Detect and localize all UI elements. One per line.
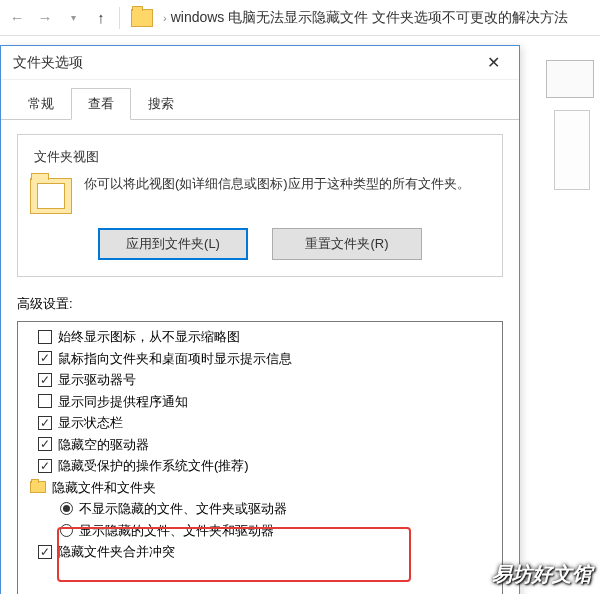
chevron-right-icon: › <box>163 12 167 24</box>
adv-item-8[interactable]: 不显示隐藏的文件、文件夹或驱动器 <box>20 498 500 520</box>
thumbnail-preview <box>546 60 594 98</box>
adv-item-1[interactable]: 鼠标指向文件夹和桌面项时显示提示信息 <box>20 348 500 370</box>
advanced-settings-label: 高级设置: <box>17 295 503 313</box>
adv-item-label: 显示同步提供程序通知 <box>58 392 188 412</box>
tab-content-view: 文件夹视图 你可以将此视图(如详细信息或图标)应用于这种类型的所有文件夹。 应用… <box>1 120 519 594</box>
tab-search[interactable]: 搜索 <box>131 88 191 119</box>
adv-item-label: 隐藏文件和文件夹 <box>52 478 156 498</box>
folder-view-icon <box>30 178 72 214</box>
close-icon: ✕ <box>487 53 500 72</box>
dialog-title: 文件夹选项 <box>13 54 83 72</box>
adv-item-label: 隐藏空的驱动器 <box>58 435 149 455</box>
adv-item-4[interactable]: 显示状态栏 <box>20 412 500 434</box>
explorer-address-bar: ← → ▾ ↑ › windows 电脑无法显示隐藏文件 文件夹选项不可更改的解… <box>0 0 600 36</box>
thumbnail-preview-2 <box>554 110 590 190</box>
advanced-settings-list[interactable]: 始终显示图标，从不显示缩略图鼠标指向文件夹和桌面项时显示提示信息显示驱动器号显示… <box>17 321 503 594</box>
adv-item-3[interactable]: 显示同步提供程序通知 <box>20 391 500 413</box>
adv-item-5[interactable]: 隐藏空的驱动器 <box>20 434 500 456</box>
checkbox-icon[interactable] <box>38 416 52 430</box>
folder-view-label: 文件夹视图 <box>30 148 103 166</box>
adv-item-label: 隐藏文件夹合并冲突 <box>58 542 175 562</box>
adv-item-0[interactable]: 始终显示图标，从不显示缩略图 <box>20 326 500 348</box>
folder-icon <box>131 9 153 27</box>
checkbox-icon[interactable] <box>38 459 52 473</box>
folder-view-group: 文件夹视图 你可以将此视图(如详细信息或图标)应用于这种类型的所有文件夹。 应用… <box>17 134 503 277</box>
close-button[interactable]: ✕ <box>473 49 513 77</box>
adv-item-9[interactable]: 显示隐藏的文件、文件夹和驱动器 <box>20 520 500 542</box>
folder-icon <box>30 481 46 493</box>
tab-view[interactable]: 查看 <box>71 88 131 120</box>
checkbox-icon[interactable] <box>38 373 52 387</box>
folder-view-description: 你可以将此视图(如详细信息或图标)应用于这种类型的所有文件夹。 <box>84 174 490 195</box>
checkbox-icon[interactable] <box>38 351 52 365</box>
adv-item-label: 不显示隐藏的文件、文件夹或驱动器 <box>79 499 287 519</box>
nav-forward-icon: → <box>32 5 58 31</box>
tab-bar: 常规 查看 搜索 <box>1 80 519 120</box>
adv-item-label: 始终显示图标，从不显示缩略图 <box>58 327 240 347</box>
path-text[interactable]: windows 电脑无法显示隐藏文件 文件夹选项不可更改的解决方法 <box>171 9 568 27</box>
tab-general[interactable]: 常规 <box>11 88 71 119</box>
folder-options-dialog: 文件夹选项 ✕ 常规 查看 搜索 文件夹视图 你可以将此视图(如详细信息或图标)… <box>0 45 520 594</box>
adv-item-label: 鼠标指向文件夹和桌面项时显示提示信息 <box>58 349 292 369</box>
adv-item-10[interactable]: 隐藏文件夹合并冲突 <box>20 541 500 563</box>
checkbox-icon[interactable] <box>38 394 52 408</box>
adv-item-label: 显示隐藏的文件、文件夹和驱动器 <box>79 521 274 541</box>
dialog-titlebar: 文件夹选项 ✕ <box>1 46 519 80</box>
nav-up-icon[interactable]: ↑ <box>88 5 114 31</box>
checkbox-icon[interactable] <box>38 437 52 451</box>
adv-item-label: 隐藏受保护的操作系统文件(推荐) <box>58 456 249 476</box>
watermark-text: 易坊好文馆 <box>492 561 592 588</box>
adv-item-2[interactable]: 显示驱动器号 <box>20 369 500 391</box>
adv-item-6[interactable]: 隐藏受保护的操作系统文件(推荐) <box>20 455 500 477</box>
apply-to-folders-button[interactable]: 应用到文件夹(L) <box>98 228 248 260</box>
checkbox-icon[interactable] <box>38 545 52 559</box>
adv-item-label: 显示状态栏 <box>58 413 123 433</box>
radio-icon[interactable] <box>60 524 73 537</box>
radio-icon[interactable] <box>60 502 73 515</box>
nav-dropdown-icon[interactable]: ▾ <box>60 5 86 31</box>
checkbox-icon[interactable] <box>38 330 52 344</box>
adv-item-7: 隐藏文件和文件夹 <box>20 477 500 499</box>
adv-item-label: 显示驱动器号 <box>58 370 136 390</box>
reset-folders-button[interactable]: 重置文件夹(R) <box>272 228 422 260</box>
nav-back-icon[interactable]: ← <box>4 5 30 31</box>
